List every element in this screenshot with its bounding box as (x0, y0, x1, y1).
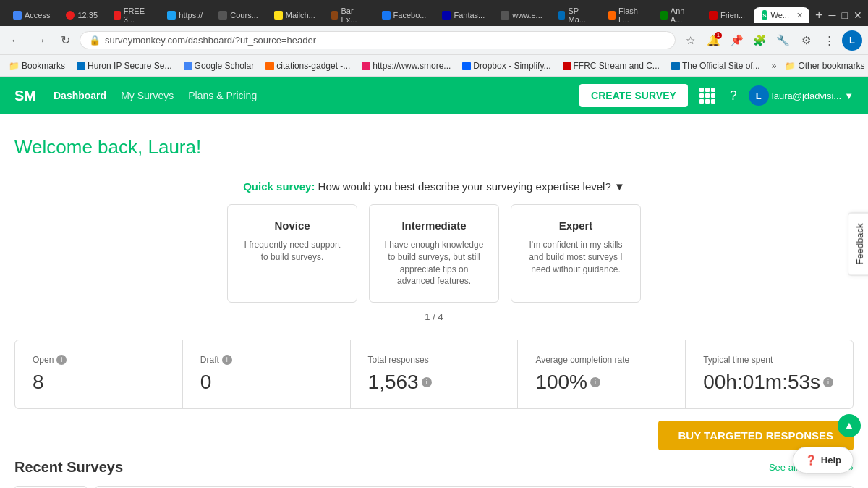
recent-surveys-title: Recent Surveys (14, 459, 123, 476)
bookmark-scholar-icon (184, 62, 192, 70)
stat-total-responses-info-icon[interactable]: i (422, 377, 432, 387)
quick-survey-pagination: 1 / 4 (0, 311, 868, 322)
feedback-label: Feedback (854, 223, 865, 264)
card-intermediate-desc: I have enough knowledge to build surveys… (384, 239, 484, 287)
grid-icon (699, 88, 715, 104)
bookmark-official-icon (671, 62, 680, 70)
tab-surveymonkey-active[interactable]: S We... ✕ (754, 7, 809, 23)
extension1-icon[interactable]: 🧩 (749, 30, 770, 51)
menu-icon[interactable]: ⋮ (819, 30, 839, 51)
recent-surveys-header: Recent Surveys See all 16 surveys » (14, 459, 854, 476)
card-expert[interactable]: Expert I'm confident in my skills and bu… (511, 204, 641, 303)
bookmark-icon[interactable]: ☆ (680, 30, 700, 51)
nav-my-surveys[interactable]: My Surveys (121, 87, 174, 104)
bookmark-other[interactable]: 📁 Other bookmarks (782, 59, 867, 72)
bookmark-citations[interactable]: citations-gadget -... (263, 59, 353, 72)
tab-free[interactable]: FREE 3... (106, 4, 158, 27)
buy-responses-section: BUY TARGETED RESPONSES (14, 421, 854, 450)
stat-completion-rate: Average completion rate 100% i (518, 340, 686, 408)
notifications-icon[interactable]: 🔔 1 (703, 30, 723, 51)
reload-button[interactable]: ↻ (55, 30, 75, 51)
stat-open: Open i 8 (15, 340, 183, 408)
extension2-icon[interactable]: 🔧 (773, 30, 793, 51)
card-novice-title: Novice (242, 219, 342, 232)
tab-barex[interactable]: Bar Ex... (324, 4, 373, 27)
app-container: SM Dashboard My Surveys Plans & Pricing … (0, 77, 868, 488)
stat-open-info-icon[interactable]: i (56, 355, 67, 365)
nav-dashboard[interactable]: Dashboard (54, 87, 106, 104)
maximize-icon[interactable]: □ (842, 9, 848, 21)
bookmark-ffrc[interactable]: FFRC Stream and C... (560, 59, 663, 72)
address-bar[interactable]: 🔒 surveymonkey.com/dashboard/?ut_source=… (80, 31, 676, 49)
bookmark-smore[interactable]: https://www.smore... (359, 59, 454, 72)
pocket-icon[interactable]: 📌 (726, 30, 746, 51)
help-label: Help (821, 455, 841, 466)
stat-open-label: Open i (33, 355, 165, 365)
help-icon: ❓ (805, 455, 817, 466)
stat-completion-rate-label: Average completion rate (535, 355, 668, 365)
quick-survey-dropdown-icon[interactable]: ▼ (614, 180, 625, 193)
header-user[interactable]: L laura@jdadvisi... ▼ (749, 85, 854, 106)
stat-time-spent-label: Typical time spent (703, 355, 835, 365)
welcome-username: Laura! (148, 136, 201, 158)
header-nav: Dashboard My Surveys Plans & Pricing (54, 87, 562, 104)
card-novice[interactable]: Novice I frequently need support to buil… (227, 204, 357, 303)
help-button[interactable]: ❓ Help (793, 447, 854, 474)
welcome-text-static: Welcome back, (14, 136, 148, 158)
user-avatar: L (749, 85, 769, 106)
welcome-message: Welcome back, Laura! (0, 129, 868, 173)
lock-icon: 🔒 (89, 35, 101, 46)
create-survey-button[interactable]: CREATE SURVEY (579, 84, 688, 107)
bookmarks-label[interactable]: 📁 Bookmarks (6, 59, 68, 72)
new-tab-button[interactable]: + (811, 8, 827, 23)
forward-button[interactable]: → (30, 30, 51, 51)
tab-flash[interactable]: Flash F... (601, 4, 652, 27)
stat-time-spent-info-icon[interactable]: i (823, 377, 833, 387)
tab-friends[interactable]: Frien... (702, 8, 752, 22)
logo: SM (14, 88, 36, 104)
tab-facebook[interactable]: Facebo... (375, 8, 434, 22)
header: SM Dashboard My Surveys Plans & Pricing … (0, 77, 868, 114)
bookmark-dropbox[interactable]: Dropbox - Simplify... (459, 59, 553, 72)
card-intermediate[interactable]: Intermediate I have enough knowledge to … (369, 204, 499, 303)
stat-draft-info-icon[interactable]: i (222, 355, 232, 365)
tab-spma[interactable]: SP Ma... (551, 4, 600, 27)
url-text: surveymonkey.com/dashboard/?ut_source=he… (105, 35, 316, 46)
close-window-icon[interactable]: ✕ (854, 9, 862, 21)
stat-total-responses-label: Total responses (368, 355, 501, 365)
stat-open-value: 8 (33, 371, 165, 394)
bookmark-scholar[interactable]: Google Scholar (181, 59, 258, 72)
stat-draft-value: 0 (200, 371, 333, 394)
tab-anna[interactable]: Ann A... (653, 4, 700, 27)
user-dropdown-icon: ▼ (844, 91, 854, 101)
tab-close-icon[interactable]: ✕ (796, 11, 803, 20)
tab-fantasy[interactable]: Fantas... (435, 8, 492, 22)
logo-icon: SM (14, 88, 36, 104)
survey-cards-container: Novice I frequently need support to buil… (0, 204, 868, 303)
extension3-icon[interactable]: ⚙ (796, 30, 816, 51)
quick-survey-text: How would you best describe your surveyi… (315, 180, 610, 193)
back-button[interactable]: ← (6, 30, 26, 51)
stat-time-spent: Typical time spent 00h:01m:53s i (686, 340, 853, 408)
bookmark-huron[interactable]: Huron IP Secure Se... (74, 59, 175, 72)
minimize-icon[interactable]: ─ (829, 9, 836, 21)
bookmark-dropbox-icon (462, 62, 471, 70)
stat-completion-rate-value: 100% i (535, 371, 668, 394)
feedback-button[interactable]: Feedback (848, 212, 868, 275)
tab-1235[interactable]: 12:35 (59, 8, 105, 22)
stat-time-spent-value: 00h:01m:53s i (703, 371, 835, 394)
tab-mailchimp[interactable]: Mailch... (267, 8, 323, 22)
recent-surveys-section: Recent Surveys See all 16 surveys » All … (0, 459, 868, 488)
tab-access[interactable]: Access (6, 8, 57, 22)
stat-completion-rate-info-icon[interactable]: i (590, 377, 600, 387)
tab-course[interactable]: Cours... (211, 8, 265, 22)
nav-plans-pricing[interactable]: Plans & Pricing (188, 87, 257, 104)
grid-apps-button[interactable] (697, 85, 718, 106)
stat-draft: Draft i 0 (183, 340, 351, 408)
tab-www[interactable]: www.e... (493, 8, 550, 22)
bookmark-official[interactable]: The Official Site of... (668, 59, 763, 72)
browser-user-avatar[interactable]: L (842, 30, 862, 51)
tab-twitter[interactable]: https:// (160, 8, 210, 22)
scroll-to-top-button[interactable]: ▲ (838, 414, 861, 437)
help-header-button[interactable]: ? (727, 85, 740, 106)
